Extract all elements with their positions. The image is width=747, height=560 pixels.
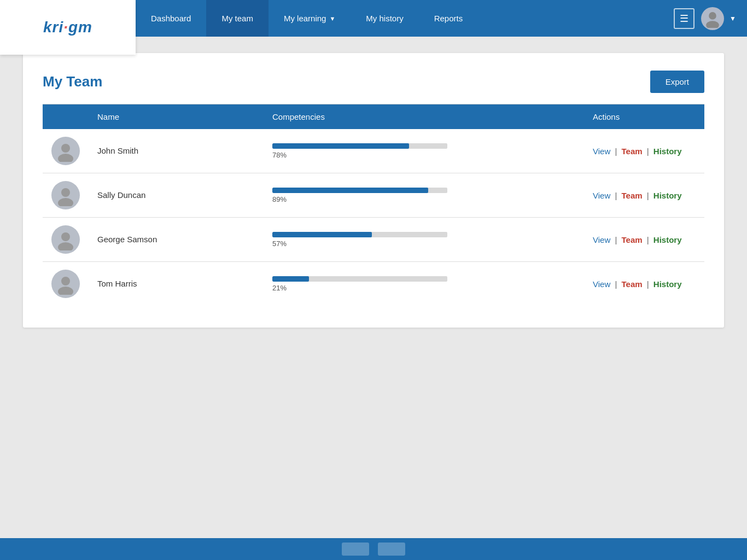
table-body: John Smith 78% View | Team | History Sal… <box>43 129 704 306</box>
export-button[interactable]: Export <box>650 71 704 93</box>
progress-bar-track <box>272 143 447 149</box>
separator: | <box>615 279 619 289</box>
user-icon <box>55 229 77 250</box>
logo[interactable]: kri·gm <box>0 0 136 55</box>
action-team[interactable]: Team <box>622 235 643 244</box>
table-row: Tom Harris 21% View | Team | History <box>43 262 704 306</box>
progress-container: 89% <box>272 188 575 203</box>
progress-bar-fill <box>272 143 409 149</box>
progress-bar-fill <box>272 276 309 282</box>
progress-container: 57% <box>272 232 575 248</box>
footer <box>0 538 747 560</box>
team-table: Name Competencies Actions John Smith 78% <box>43 104 704 306</box>
user-menu[interactable]: ▼ <box>701 7 736 30</box>
action-history[interactable]: History <box>653 235 682 244</box>
separator: | <box>615 191 619 200</box>
actions-cell: View | Team | History <box>584 262 704 306</box>
user-icon <box>55 140 77 162</box>
action-view[interactable]: View <box>593 147 610 156</box>
member-name: Sally Duncan <box>97 190 145 200</box>
action-view[interactable]: View <box>593 279 610 289</box>
progress-bar-fill <box>272 232 372 237</box>
competency-cell: 78% <box>264 129 584 173</box>
table-header: Name Competencies Actions <box>43 104 704 129</box>
logo-text: kri·gm <box>43 19 92 36</box>
svg-point-7 <box>58 242 73 250</box>
footer-logo-1 <box>342 542 369 556</box>
col-actions: Actions <box>584 104 704 129</box>
separator: | <box>647 235 651 244</box>
header-right: ☰ ▼ <box>674 7 736 30</box>
main-nav: Dashboard My team My learning ▼ My histo… <box>136 0 674 37</box>
table-row: George Samson 57% View | Team | History <box>43 218 704 262</box>
actions-cell: View | Team | History <box>584 129 704 173</box>
progress-label: 57% <box>272 240 575 248</box>
actions-cell: View | Team | History <box>584 218 704 262</box>
avatar[interactable] <box>701 7 724 30</box>
action-history[interactable]: History <box>653 191 682 200</box>
separator: | <box>615 147 619 156</box>
nav-my-history[interactable]: My history <box>351 0 418 37</box>
separator: | <box>615 235 619 244</box>
svg-point-5 <box>58 198 73 206</box>
member-name-cell: George Samson <box>89 218 264 262</box>
header: kri·gm Dashboard My team My learning ▼ M… <box>0 0 747 37</box>
progress-label: 21% <box>272 284 575 292</box>
member-avatar-cell <box>43 218 89 262</box>
svg-point-0 <box>709 12 716 20</box>
user-icon <box>703 9 722 28</box>
svg-point-4 <box>61 188 70 197</box>
svg-point-2 <box>61 144 70 153</box>
actions-cell: View | Team | History <box>584 173 704 218</box>
action-team[interactable]: Team <box>622 279 643 289</box>
action-view[interactable]: View <box>593 235 610 244</box>
nav-dashboard[interactable]: Dashboard <box>136 0 206 37</box>
svg-point-9 <box>58 287 73 295</box>
user-icon <box>55 184 77 206</box>
member-name-cell: John Smith <box>89 129 264 173</box>
action-view[interactable]: View <box>593 191 610 200</box>
table-row: Sally Duncan 89% View | Team | History <box>43 173 704 218</box>
progress-bar-track <box>272 232 447 237</box>
page-title: My Team <box>43 73 102 90</box>
action-history[interactable]: History <box>653 279 682 289</box>
member-name: George Samson <box>97 235 157 244</box>
footer-logo-2 <box>378 542 405 556</box>
member-avatar <box>51 137 80 165</box>
my-team-card: My Team Export Name Competencies Actions <box>23 53 724 328</box>
svg-point-1 <box>706 21 719 28</box>
card-header: My Team Export <box>43 71 704 93</box>
action-team[interactable]: Team <box>622 147 643 156</box>
competency-cell: 89% <box>264 173 584 218</box>
member-avatar-cell <box>43 173 89 218</box>
progress-bar-fill <box>272 188 428 193</box>
separator: | <box>647 279 651 289</box>
main-content: My Team Export Name Competencies Actions <box>0 37 747 538</box>
action-history[interactable]: History <box>653 147 682 156</box>
user-icon <box>55 273 77 295</box>
nav-my-learning[interactable]: My learning ▼ <box>269 0 351 37</box>
member-name: Tom Harris <box>97 279 137 288</box>
nav-my-team[interactable]: My team <box>206 0 269 37</box>
action-team[interactable]: Team <box>622 191 643 200</box>
chevron-down-icon[interactable]: ▼ <box>730 15 736 22</box>
progress-label: 78% <box>272 151 575 159</box>
separator: | <box>647 147 651 156</box>
competency-cell: 21% <box>264 262 584 306</box>
progress-container: 78% <box>272 143 575 159</box>
member-avatar <box>51 225 80 254</box>
progress-label: 89% <box>272 195 575 203</box>
col-avatar <box>43 104 89 129</box>
member-avatar-cell <box>43 129 89 173</box>
svg-point-8 <box>61 277 70 285</box>
chevron-down-icon: ▼ <box>329 15 335 22</box>
svg-point-6 <box>61 232 70 241</box>
progress-container: 21% <box>272 276 575 292</box>
member-avatar-cell <box>43 262 89 306</box>
footer-content <box>342 542 405 556</box>
menu-icon-button[interactable]: ☰ <box>674 8 695 29</box>
nav-reports[interactable]: Reports <box>419 0 478 37</box>
separator: | <box>647 191 651 200</box>
member-name-cell: Tom Harris <box>89 262 264 306</box>
col-competencies: Competencies <box>264 104 584 129</box>
